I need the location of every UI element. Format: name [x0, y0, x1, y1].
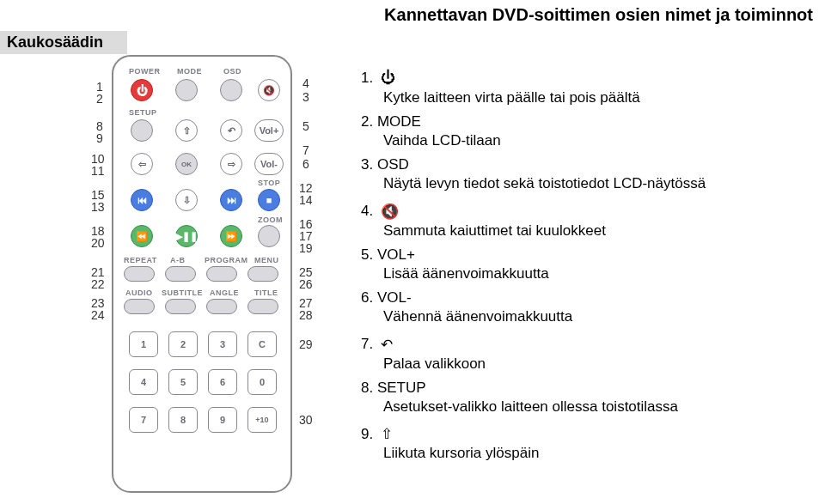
callout: 16 [299, 218, 313, 230]
callout: 24 [91, 309, 105, 321]
item-head: SETUP [377, 380, 426, 396]
label-power: POWER [129, 67, 161, 76]
item-number: 8. [361, 380, 373, 396]
ff-icon: ⏩ [221, 226, 241, 246]
ab-button[interactable] [165, 266, 196, 282]
power-button[interactable]: ⏻ [131, 79, 153, 101]
item-desc: Lisää äänenvoimakkuutta [361, 264, 808, 283]
stop-button[interactable]: ■ [258, 189, 280, 211]
callout: 25 [299, 266, 313, 278]
zoom-button[interactable] [258, 225, 280, 247]
callout: 5 [302, 120, 309, 132]
play-icon: ▶❚❚ [176, 226, 197, 246]
instruction-item: 8. SETUP Asetukset-valikko laitteen olle… [361, 379, 808, 416]
label-setup: SETUP [129, 108, 157, 117]
callout: 27 [299, 297, 313, 309]
next-button[interactable]: ⏭ [220, 189, 242, 211]
label-program: PROGRAM [205, 256, 248, 264]
mute-button[interactable]: 🔇 [258, 79, 280, 101]
callout: 17 [299, 230, 313, 242]
ff-button[interactable]: ⏩ [220, 225, 242, 247]
item-head: MODE [377, 113, 421, 130]
mode-button[interactable] [175, 79, 198, 101]
callout: 26 [299, 278, 313, 290]
audio-button[interactable] [124, 299, 155, 314]
right-arrow-button[interactable]: ⇨ [220, 153, 242, 175]
item-desc: Kytke laitteen virta päälle tai pois pää… [361, 88, 808, 107]
vol-minus-button[interactable]: Vol- [254, 153, 284, 175]
numpad-1[interactable]: 1 [129, 331, 158, 357]
angle-button[interactable] [206, 299, 237, 314]
label-zoom: ZOOM [258, 216, 283, 224]
numpad-c[interactable]: C [248, 331, 277, 357]
section-label: Kaukosäädin [0, 31, 127, 54]
numpad-0[interactable]: 0 [248, 369, 277, 395]
numpad-3[interactable]: 3 [208, 331, 237, 357]
numpad-10p[interactable]: +10 [248, 407, 277, 433]
numpad-9[interactable]: 9 [208, 407, 237, 433]
item-number: 4. [361, 203, 373, 219]
setup-button[interactable] [131, 119, 153, 142]
item-desc: Asetukset-valikko laitteen ollessa toist… [361, 398, 808, 416]
callout: 22 [91, 278, 105, 290]
rew-button[interactable]: ⏪ [131, 225, 153, 247]
osd-button[interactable] [220, 79, 242, 101]
return-button[interactable]: ↶ [220, 119, 242, 142]
subtitle-button[interactable] [165, 299, 196, 314]
item-number: 3. [361, 156, 373, 173]
label-osd: OSD [223, 67, 241, 76]
menu-button[interactable] [248, 266, 278, 282]
numpad-8[interactable]: 8 [168, 407, 198, 433]
item-number: 2. [361, 113, 373, 130]
page-title: Kannettavan DVD-soittimen osien nimet ja… [384, 5, 813, 25]
down-arrow-button[interactable]: ⇩ [175, 189, 198, 211]
instruction-item: 9. ⇧ Liikuta kursoria ylöspäin [361, 425, 808, 464]
numpad-4[interactable]: 4 [129, 369, 158, 395]
callout: 2 [96, 93, 103, 105]
callout: 12 [299, 182, 313, 194]
up-icon: ⇧ [381, 425, 393, 444]
label-menu: MENU [254, 256, 279, 264]
callout: 1 [96, 81, 103, 93]
callout: 4 [302, 77, 309, 89]
play-button[interactable]: ▶❚❚ [175, 225, 198, 247]
stop-icon: ■ [259, 190, 279, 210]
item-head: VOL+ [377, 246, 415, 263]
item-desc: Näytä levyn tiedot sekä toistotiedot LCD… [361, 174, 808, 193]
program-button[interactable] [206, 266, 237, 282]
title-button[interactable] [248, 299, 278, 314]
down-icon: ⇩ [176, 190, 197, 210]
label-audio: AUDIO [125, 288, 153, 297]
callout: 29 [299, 338, 313, 350]
item-head: VOL- [377, 289, 412, 306]
instruction-item: 5. VOL+ Lisää äänenvoimakkuutta [361, 246, 808, 283]
callout: 13 [91, 201, 105, 213]
instruction-item: 6. VOL- Vähennä äänenvoimakkuutta [361, 288, 808, 326]
label-subtitle: SUBTITLE [162, 288, 203, 297]
label-ab: A-B [170, 256, 186, 264]
power-icon: ⏻ [381, 69, 395, 88]
next-icon: ⏭ [221, 190, 241, 210]
numpad-7[interactable]: 7 [129, 407, 158, 433]
up-arrow-button[interactable]: ⇧ [175, 119, 198, 142]
callout: 18 [91, 225, 105, 237]
volplus-label: Vol+ [255, 120, 283, 141]
numpad-2[interactable]: 2 [168, 331, 198, 357]
item-number: 6. [361, 289, 373, 306]
vol-plus-button[interactable]: Vol+ [254, 119, 284, 142]
numpad-5[interactable]: 5 [168, 369, 198, 395]
item-desc: Palaa valikkoon [361, 355, 808, 373]
repeat-button[interactable] [124, 266, 155, 282]
item-desc: Vaihda LCD-tilaan [361, 131, 808, 150]
prev-button[interactable]: ⏮ [131, 189, 153, 211]
mute-icon: 🔇 [259, 80, 279, 100]
numpad-6[interactable]: 6 [208, 369, 237, 395]
instruction-item: 1. ⏻ Kytke laitteen virta päälle tai poi… [361, 69, 808, 107]
callout: 11 [91, 165, 105, 177]
callout: 23 [91, 297, 105, 309]
left-arrow-button[interactable]: ⇦ [131, 153, 153, 175]
volminus-label: Vol- [255, 154, 283, 174]
instruction-item: 3. OSD Näytä levyn tiedot sekä toistotie… [361, 155, 808, 193]
callout: 19 [299, 242, 313, 254]
ok-button[interactable]: OK [175, 153, 198, 175]
